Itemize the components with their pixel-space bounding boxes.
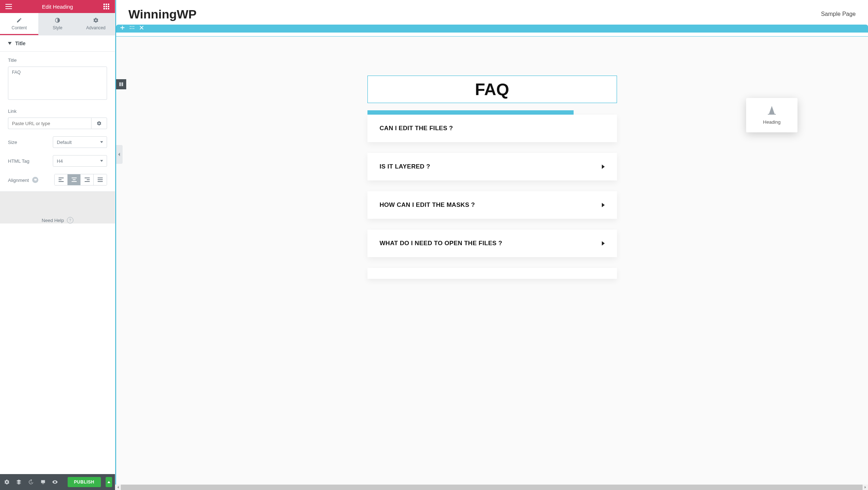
tab-content[interactable]: Content: [0, 13, 38, 35]
alignment-buttons: [54, 174, 107, 186]
svg-rect-19: [87, 179, 90, 180]
help-icon: ?: [67, 217, 73, 223]
site-title[interactable]: WinningWP: [128, 7, 197, 21]
tab-style[interactable]: Style: [38, 13, 77, 35]
svg-rect-4: [106, 4, 107, 5]
tab-advanced[interactable]: Advanced: [77, 13, 115, 35]
svg-rect-18: [85, 178, 90, 178]
svg-rect-5: [108, 4, 109, 5]
size-label: Size: [8, 140, 17, 145]
section-title-toggle[interactable]: Title: [0, 35, 115, 52]
svg-rect-20: [85, 181, 90, 182]
horizontal-scrollbar[interactable]: [115, 485, 868, 490]
link-input[interactable]: [8, 118, 91, 129]
sidebar-header: Edit Heading: [0, 0, 115, 13]
svg-rect-17: [72, 181, 77, 182]
need-help-link[interactable]: Need Help ?: [42, 217, 73, 223]
svg-rect-1: [5, 6, 12, 7]
size-select[interactable]: Default: [53, 136, 107, 148]
svg-rect-9: [103, 8, 105, 9]
chevron-right-icon: [602, 165, 605, 169]
publish-options-button[interactable]: [106, 477, 112, 487]
svg-rect-21: [98, 178, 103, 178]
page-header: WinningWP Sample Page: [116, 0, 868, 28]
align-left-button[interactable]: [55, 174, 68, 185]
collapse-sidebar-handle[interactable]: [116, 145, 123, 164]
svg-rect-23: [98, 181, 103, 182]
drag-section-icon[interactable]: [129, 26, 135, 31]
responsive-icon[interactable]: [32, 177, 38, 183]
svg-rect-30: [119, 82, 121, 86]
history-icon[interactable]: [27, 477, 35, 487]
align-right-button[interactable]: [81, 174, 94, 185]
dragging-widget-heading[interactable]: Heading: [746, 98, 797, 132]
svg-rect-3: [103, 4, 105, 5]
section-controls: [116, 25, 868, 33]
svg-rect-15: [72, 178, 77, 178]
section-toolbar: [116, 28, 868, 36]
link-options-button[interactable]: [91, 118, 107, 129]
title-label: Title: [8, 57, 107, 63]
svg-point-29: [133, 28, 134, 29]
hamburger-icon[interactable]: [0, 0, 17, 13]
widgets-panel-icon[interactable]: [98, 0, 115, 13]
accordion-item[interactable]: HOW CAN I EDIT THE MASKS ?: [367, 191, 617, 219]
responsive-mode-icon[interactable]: [39, 477, 47, 487]
svg-rect-2: [5, 8, 12, 9]
html-tag-select[interactable]: H4: [53, 155, 107, 167]
svg-rect-16: [73, 179, 76, 180]
scrollbar-thumb[interactable]: [121, 485, 863, 490]
svg-point-28: [132, 28, 132, 29]
accordion-widget: CAN I EDIT THE FILES ? IS IT LAYERED ? H…: [367, 115, 617, 279]
svg-rect-22: [98, 179, 103, 180]
preview-canvas: WinningWP Sample Page FAQ CAN I EDIT THE…: [115, 0, 868, 490]
svg-rect-11: [108, 8, 109, 9]
sidebar-footer: PUBLISH: [0, 474, 115, 490]
html-tag-label: HTML Tag: [8, 158, 29, 164]
svg-rect-7: [106, 6, 107, 7]
svg-rect-14: [59, 181, 64, 182]
svg-rect-13: [59, 179, 61, 180]
preview-icon[interactable]: [51, 477, 59, 487]
heading-widget-selected[interactable]: FAQ: [367, 76, 617, 103]
chevron-right-icon: [602, 203, 605, 207]
title-textarea[interactable]: [8, 67, 107, 100]
align-center-button[interactable]: [68, 174, 81, 185]
svg-rect-10: [106, 8, 107, 9]
column-handle[interactable]: [116, 79, 126, 89]
add-section-icon[interactable]: [120, 26, 124, 32]
close-section-icon[interactable]: [140, 26, 144, 32]
link-label: Link: [8, 108, 107, 114]
accordion-item[interactable]: CAN I EDIT THE FILES ?: [367, 115, 617, 142]
editor-sidebar: Edit Heading Content Style Advanced Ti: [0, 0, 115, 490]
chevron-right-icon: [602, 241, 605, 246]
svg-point-25: [132, 26, 132, 27]
content-area: FAQ CAN I EDIT THE FILES ? IS IT LAYERED…: [116, 36, 868, 490]
sidebar-title: Edit Heading: [17, 4, 98, 10]
svg-point-24: [130, 26, 131, 27]
navigator-icon[interactable]: [15, 477, 22, 487]
accordion-item[interactable]: WHAT DO I NEED TO OPEN THE FILES ?: [367, 230, 617, 257]
svg-point-27: [130, 28, 131, 29]
drop-indicator: [367, 110, 574, 115]
svg-rect-12: [59, 178, 64, 178]
nav-link-sample-page[interactable]: Sample Page: [821, 11, 856, 17]
alignment-label: Alignment: [8, 177, 38, 183]
svg-rect-31: [122, 82, 123, 86]
svg-point-26: [133, 26, 134, 27]
settings-icon[interactable]: [3, 477, 10, 487]
scroll-left-icon[interactable]: [115, 485, 121, 490]
controls-panel: Title Title Link: [0, 35, 115, 474]
align-justify-button[interactable]: [94, 174, 107, 185]
svg-rect-0: [5, 4, 12, 5]
svg-rect-6: [103, 6, 105, 7]
accordion-item[interactable]: IS IT LAYERED ?: [367, 153, 617, 180]
accordion-item[interactable]: [367, 268, 617, 279]
scroll-right-icon[interactable]: [863, 485, 868, 490]
publish-button[interactable]: PUBLISH: [68, 477, 101, 487]
heading-text: FAQ: [368, 80, 617, 99]
svg-rect-8: [108, 6, 109, 7]
editor-tabs: Content Style Advanced: [0, 13, 115, 35]
